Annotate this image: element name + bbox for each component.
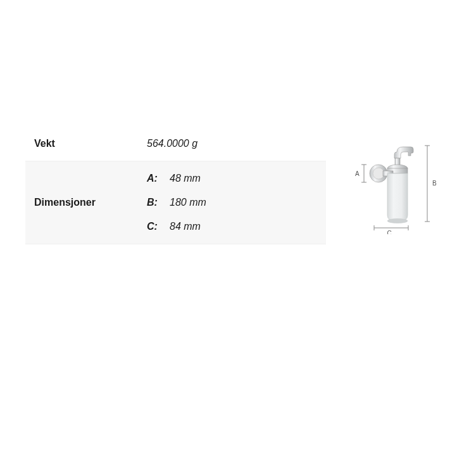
table-row: A: 48 mm (147, 166, 206, 191)
table-row: Dimensjoner A: 48 mm B: 180 mm C: 84 mm (25, 161, 326, 244)
dimensions-inner-table: A: 48 mm B: 180 mm C: 84 mm (147, 166, 206, 239)
diagram-label-c: C (387, 230, 391, 234)
dimension-val-a: 48 mm (170, 166, 206, 191)
dimension-val-b: 180 mm (170, 191, 206, 215)
table-row: C: 84 mm (147, 215, 206, 239)
dimensions-values: A: 48 mm B: 180 mm C: 84 mm (138, 161, 326, 244)
dispenser-diagram-svg: B A C (345, 133, 440, 234)
dimension-key-a: A: (147, 166, 170, 191)
diagram-label-b: B (432, 180, 437, 187)
dimension-key-b: B: (147, 191, 170, 215)
specifications-table: Vekt 564.0000 g Dimensjoner A: 48 mm B: … (25, 127, 326, 244)
dimension-val-c: 84 mm (170, 215, 206, 239)
diagram-label-a: A (355, 170, 360, 177)
dimensions-label: Dimensjoner (25, 161, 138, 244)
dimension-key-c: C: (147, 215, 170, 239)
svg-point-13 (373, 168, 384, 179)
table-row: Vekt 564.0000 g (25, 127, 326, 161)
spec-panel: Vekt 564.0000 g Dimensjoner A: 48 mm B: … (25, 127, 440, 244)
svg-point-15 (387, 219, 408, 223)
weight-value: 564.0000 g (138, 127, 326, 161)
product-dimension-diagram: B A C (345, 133, 440, 234)
table-row: B: 180 mm (147, 191, 206, 215)
weight-label: Vekt (25, 127, 138, 161)
